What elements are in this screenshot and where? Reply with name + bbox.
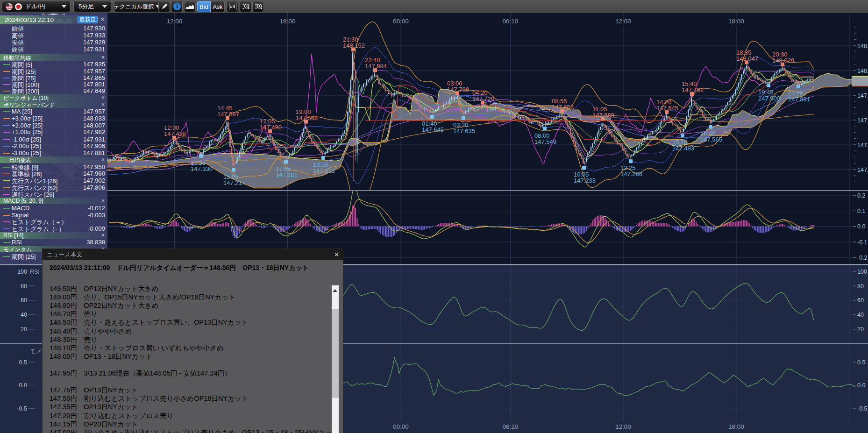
svg-text:147.645: 147.645	[656, 105, 678, 112]
svg-text:18:00: 18:00	[280, 18, 296, 25]
svg-text:147.645: 147.645	[422, 126, 444, 133]
svg-text:-0.5: -0.5	[17, 405, 27, 412]
svg-text:147.900: 147.900	[758, 95, 780, 102]
svg-text:148.152: 148.152	[343, 42, 365, 49]
svg-text:06:10: 06:10	[503, 423, 519, 430]
svg-text:147.720: 147.720	[472, 95, 494, 102]
svg-text:06:10: 06:10	[503, 18, 519, 25]
svg-text:147.653: 147.653	[552, 104, 574, 111]
svg-text:80: 80	[857, 283, 864, 290]
svg-text:18:00: 18:00	[728, 18, 744, 25]
svg-text:147.4: 147.4	[857, 142, 868, 149]
svg-text:147.490: 147.490	[260, 124, 282, 131]
svg-text:12:00: 12:00	[615, 18, 631, 25]
svg-text:-0.2: -0.2	[857, 255, 868, 261]
svg-text:0.0: 0.0	[857, 223, 865, 230]
svg-text:0.0: 0.0	[19, 382, 27, 389]
svg-text:148.0: 148.0	[857, 68, 868, 74]
svg-text:147.493: 147.493	[672, 145, 694, 152]
svg-text:00:00: 00:00	[393, 18, 409, 25]
svg-text:147.792: 147.792	[682, 86, 704, 93]
svg-text:147.589: 147.589	[592, 112, 614, 119]
svg-text:18:00: 18:00	[728, 423, 744, 430]
svg-text:12:00: 12:00	[615, 423, 631, 430]
svg-text:147.635: 147.635	[453, 128, 475, 135]
svg-text:20: 20	[21, 326, 27, 333]
svg-text:147.217: 147.217	[223, 179, 245, 186]
svg-text:100: 100	[17, 269, 27, 275]
svg-text:-0.5: -0.5	[857, 405, 868, 412]
svg-text:147.549: 147.549	[534, 138, 556, 145]
svg-text:147.313: 147.313	[313, 167, 335, 174]
svg-text:0.5: 0.5	[857, 359, 865, 366]
svg-text:RSI: RSI	[30, 269, 40, 275]
svg-text:12:00: 12:00	[167, 18, 183, 25]
svg-text:20: 20	[857, 326, 864, 333]
svg-text:148.2: 148.2	[857, 43, 868, 50]
svg-text:148.029: 148.029	[772, 57, 794, 64]
svg-text:00:00: 00:00	[393, 423, 409, 430]
svg-text:147.565: 147.565	[700, 136, 722, 143]
svg-text:0.5: 0.5	[19, 359, 27, 366]
svg-text:40: 40	[857, 312, 864, 318]
svg-text:100: 100	[857, 269, 867, 275]
svg-text:147.597: 147.597	[217, 111, 239, 118]
svg-text:147.984: 147.984	[365, 63, 387, 70]
svg-text:147.286: 147.286	[620, 170, 642, 177]
svg-text:147.233: 147.233	[574, 177, 596, 184]
svg-text:147.2: 147.2	[857, 167, 868, 173]
svg-text:147.330: 147.330	[191, 165, 213, 172]
svg-text:147.891: 147.891	[788, 96, 810, 103]
svg-text:-0.1: -0.1	[857, 239, 868, 246]
svg-text:0.0: 0.0	[857, 382, 865, 389]
svg-text:40: 40	[21, 312, 27, 318]
svg-text:60: 60	[857, 297, 864, 304]
svg-text:147.798: 147.798	[447, 86, 469, 93]
svg-text:147.568: 147.568	[296, 114, 318, 121]
svg-text:147.8: 147.8	[857, 92, 868, 99]
svg-text:147.281: 147.281	[276, 171, 298, 178]
svg-text:148.047: 148.047	[736, 55, 758, 62]
svg-text:0.1: 0.1	[857, 208, 865, 214]
svg-text:147.438: 147.438	[164, 130, 186, 137]
svg-text:0.2: 0.2	[857, 192, 865, 199]
svg-text:147.6: 147.6	[857, 117, 868, 124]
svg-text:60: 60	[21, 297, 27, 304]
svg-text:80: 80	[21, 283, 27, 290]
